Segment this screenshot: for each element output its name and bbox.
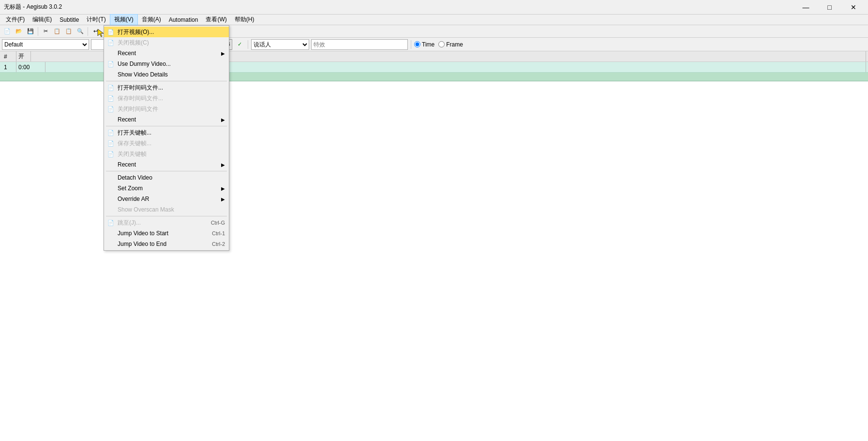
undo-btn[interactable]: ↩ — [90, 26, 101, 37]
confirm-btn[interactable]: ✓ — [234, 39, 245, 50]
title-bar: 无标题 - Aegisub 3.0.2 — □ ✕ — [0, 0, 868, 15]
find-btn[interactable]: 🔍 — [75, 26, 86, 37]
strike-btn[interactable]: S — [171, 39, 182, 50]
col-rest — [31, 51, 866, 61]
menu-bar: 文件(F) 编辑(E) Subtitle 计时(T) 视频(V) 音频(A) A… — [0, 15, 868, 25]
effect-input[interactable] — [311, 39, 408, 50]
menu-file[interactable]: 文件(F) — [2, 15, 29, 25]
subtitle-header: # 开 — [0, 51, 868, 62]
paste-btn[interactable]: 📋 — [63, 26, 74, 37]
minimize-button[interactable]: — — [795, 2, 817, 12]
sep5 — [248, 40, 248, 49]
menu-automation[interactable]: Automation — [165, 15, 202, 24]
menu-audio[interactable]: 音频(A) — [138, 15, 165, 25]
window-frame: 无标题 - Aegisub 3.0.2 — □ ✕ 文件(F) 编辑(E) Su… — [0, 0, 868, 441]
row1-content — [45, 62, 866, 72]
cut-btn[interactable]: ✂ — [40, 26, 51, 37]
time-radio[interactable] — [414, 41, 420, 47]
col-hash: # — [2, 51, 16, 61]
sep4 — [164, 27, 165, 36]
redo-btn[interactable]: ↪ — [102, 26, 112, 37]
open-btn[interactable]: 📂 — [14, 26, 24, 37]
prev-btn[interactable]: ⏮ — [140, 26, 150, 37]
rec-btn[interactable]: ⏺ — [166, 26, 177, 37]
main-toolbar: 📄 📂 💾 ✂ 📋 📋 🔍 ↩ ↪ ▶ ⏹ ⏮ ⏭ ⏺ 🔧 📌 🔒 ⚙ — [0, 25, 868, 38]
row1-time: 0:00 — [16, 62, 45, 72]
menu-timing[interactable]: 计时(T) — [83, 15, 109, 25]
num2-input[interactable]: 0 — [112, 39, 132, 50]
play-btn[interactable]: ▶ — [117, 26, 127, 37]
ab2-btn[interactable]: AB — [209, 39, 220, 50]
underline-btn[interactable]: U — [159, 39, 169, 50]
timeline-bar — [0, 73, 868, 81]
frame-radio[interactable] — [438, 41, 445, 47]
content-area — [0, 73, 868, 441]
settings-btn[interactable]: 🔧 — [178, 26, 189, 37]
sep3 — [114, 27, 115, 36]
config-btn[interactable]: ⚙ — [213, 26, 224, 37]
title-controls: — □ ✕ — [795, 2, 864, 12]
menu-help[interactable]: 帮助(H) — [231, 15, 258, 25]
num1-input[interactable]: 0 — [91, 39, 110, 50]
style-select[interactable]: Default — [2, 39, 89, 50]
ab1-btn[interactable]: AB — [196, 39, 207, 50]
sep1 — [38, 27, 38, 36]
subtitle-row-1[interactable]: 1 0:00 — [0, 62, 868, 73]
next-btn[interactable]: ⏭ — [151, 26, 162, 37]
sep2 — [88, 27, 88, 36]
menu-subtitle[interactable]: Subtitle — [56, 15, 83, 24]
ab3-btn[interactable]: AB — [222, 39, 232, 50]
sep6 — [411, 40, 411, 49]
italic-btn[interactable]: I — [146, 39, 157, 50]
menu-video[interactable]: 视频(V) — [110, 14, 138, 25]
lock-btn[interactable]: 🔒 — [201, 26, 212, 37]
pin-btn[interactable]: 📌 — [190, 26, 200, 37]
save-btn[interactable]: 💾 — [25, 26, 36, 37]
stop-btn[interactable]: ⏹ — [128, 26, 139, 37]
menu-edit[interactable]: 编辑(E) — [29, 15, 56, 25]
time-frame-group: Time Frame — [414, 41, 463, 48]
window-title: 无标题 - Aegisub 3.0.2 — [4, 3, 62, 11]
time-radio-label[interactable]: Time — [414, 41, 434, 48]
speaker-select[interactable]: 说话人 — [251, 39, 309, 50]
close-button[interactable]: ✕ — [842, 2, 864, 12]
menu-view[interactable]: 查看(W) — [202, 15, 230, 25]
fn-btn[interactable]: fn — [184, 39, 195, 50]
format-toolbar: Default 0 0 B I U S fn AB AB AB ✓ 说话人 Ti… — [0, 38, 868, 51]
maximize-button[interactable]: □ — [819, 2, 840, 12]
frame-radio-label[interactable]: Frame — [438, 41, 463, 48]
new-btn[interactable]: 📄 — [2, 26, 13, 37]
col-open: 开 — [16, 51, 31, 61]
copy-btn[interactable]: 📋 — [52, 26, 62, 37]
row1-num: 1 — [2, 62, 16, 72]
bold-btn[interactable]: B — [134, 39, 144, 50]
